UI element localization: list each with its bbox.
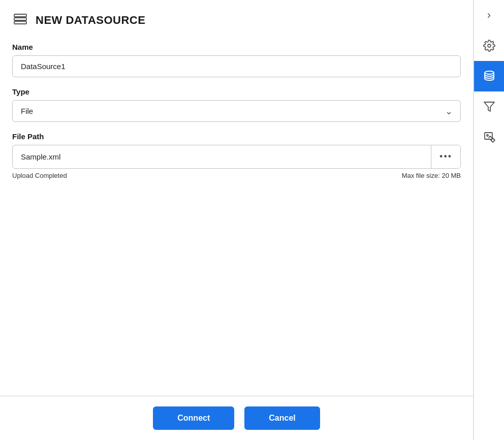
right-sidebar: ›: [474, 0, 504, 440]
file-info-row: Upload Completed Max file size: 20 MB: [12, 172, 461, 179]
svg-rect-0: [14, 14, 26, 17]
sidebar-item-filter[interactable]: [474, 91, 504, 122]
type-select[interactable]: File Database API: [12, 100, 461, 122]
filepath-browse-button[interactable]: •••: [431, 145, 460, 168]
gear-icon: [483, 40, 495, 52]
filepath-section: File Path ••• Upload Completed Max file …: [12, 132, 461, 179]
main-content: NEW DATASOURCE Name Type File Database A…: [0, 0, 474, 440]
svg-marker-6: [484, 102, 494, 111]
image-settings-icon: [483, 131, 495, 143]
name-input[interactable]: [12, 55, 461, 77]
svg-rect-2: [14, 21, 26, 24]
page-title: NEW DATASOURCE: [36, 14, 145, 27]
cancel-button[interactable]: Cancel: [244, 406, 320, 430]
filter-icon: [483, 101, 495, 113]
sidebar-item-expand[interactable]: ›: [474, 0, 504, 30]
spacer: [12, 190, 461, 396]
header: NEW DATASOURCE: [12, 12, 461, 28]
ellipsis-icon: •••: [439, 151, 452, 162]
chevron-right-icon: ›: [487, 9, 491, 22]
type-select-wrapper: File Database API ⌄: [12, 100, 461, 122]
sidebar-item-settings[interactable]: [474, 30, 504, 61]
svg-point-8: [487, 135, 488, 136]
upload-status: Upload Completed: [12, 172, 67, 179]
sidebar-item-database[interactable]: [474, 61, 504, 91]
connect-button[interactable]: Connect: [153, 406, 234, 430]
sidebar-item-image-settings[interactable]: [474, 122, 504, 152]
svg-rect-1: [14, 18, 26, 20]
type-section: Type File Database API ⌄: [12, 87, 461, 122]
name-section: Name: [12, 43, 461, 77]
filepath-wrapper: •••: [12, 145, 461, 169]
footer-actions: Connect Cancel: [12, 396, 461, 440]
filepath-input[interactable]: [13, 145, 431, 168]
app-container: NEW DATASOURCE Name Type File Database A…: [0, 0, 504, 440]
filepath-label: File Path: [12, 132, 461, 141]
name-label: Name: [12, 43, 461, 51]
database-icon: [483, 70, 495, 82]
svg-point-5: [485, 71, 494, 74]
max-file-size: Max file size: 20 MB: [402, 172, 461, 179]
datasource-icon: [12, 12, 28, 28]
svg-point-4: [488, 44, 491, 47]
type-label: Type: [12, 87, 461, 96]
